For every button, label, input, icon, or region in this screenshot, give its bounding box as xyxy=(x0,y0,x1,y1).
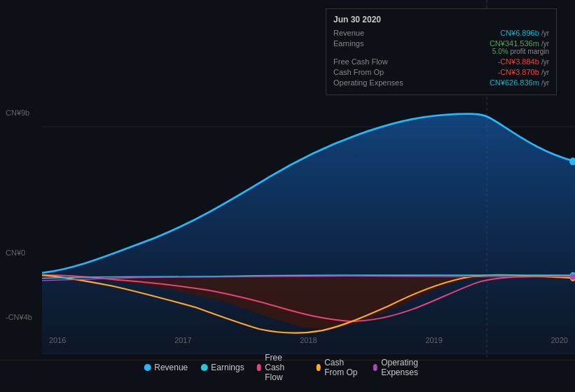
tooltip-label-earnings: Earnings xyxy=(333,39,410,48)
tooltip-value-earnings: CN¥341.536m /yr xyxy=(490,39,549,48)
x-label-2019: 2019 xyxy=(425,336,442,344)
legend-dot-fcf xyxy=(257,364,262,371)
tooltip-value-revenue: CN¥6.896b /yr xyxy=(500,29,549,37)
tooltip-row-opex: Operating Expenses CN¥626.836m /yr xyxy=(333,78,549,87)
tooltip-row-cashop: Cash From Op -CN¥3.870b /yr xyxy=(333,68,549,76)
legend-item-earnings[interactable]: Earnings xyxy=(200,363,244,372)
legend-dot-opex xyxy=(373,364,378,371)
tooltip-value-cashop: -CN¥3.870b /yr xyxy=(498,68,549,76)
legend-label-earnings: Earnings xyxy=(211,363,244,372)
legend-item-fcf[interactable]: Free Cash Flow xyxy=(257,353,304,382)
tooltip-label-fcf: Free Cash Flow xyxy=(333,57,410,66)
tooltip-label-cashop: Cash From Op xyxy=(333,68,410,76)
tooltip-row-earnings: Earnings CN¥341.536m /yr 5.0% profit mar… xyxy=(333,39,549,55)
legend-item-revenue[interactable]: Revenue xyxy=(144,363,188,372)
tooltip-label-revenue: Revenue xyxy=(333,29,410,37)
tooltip-value-opex: CN¥626.836m /yr xyxy=(490,78,549,87)
legend-dot-cashop xyxy=(317,364,321,371)
x-label-2020: 2020 xyxy=(551,336,568,344)
x-label-2017: 2017 xyxy=(174,336,191,344)
tooltip-panel: Jun 30 2020 Revenue CN¥6.896b /yr Earnin… xyxy=(326,8,557,95)
legend-label-opex: Operating Expenses xyxy=(381,358,431,377)
legend-label-revenue: Revenue xyxy=(154,363,188,372)
legend-label-cashop: Cash From Op xyxy=(324,358,360,377)
tooltip-label-opex: Operating Expenses xyxy=(333,78,410,87)
legend-dot-revenue xyxy=(144,364,151,371)
tooltip-row-fcf: Free Cash Flow -CN¥3.884b /yr xyxy=(333,57,549,66)
legend-item-cashop[interactable]: Cash From Op xyxy=(317,358,361,377)
legend-item-opex[interactable]: Operating Expenses xyxy=(373,358,431,377)
tooltip-value-fcf: -CN¥3.884b /yr xyxy=(498,57,549,66)
tooltip-profit-margin: 5.0% profit margin xyxy=(492,48,549,55)
tooltip-title: Jun 30 2020 xyxy=(333,15,549,24)
tooltip-row-revenue: Revenue CN¥6.896b /yr xyxy=(333,29,549,37)
x-label-2018: 2018 xyxy=(300,336,317,344)
legend-dot-earnings xyxy=(200,364,207,371)
chart-legend: Revenue Earnings Free Cash Flow Cash Fro… xyxy=(144,353,431,382)
x-label-2016: 2016 xyxy=(49,336,66,344)
legend-label-fcf: Free Cash Flow xyxy=(265,353,303,382)
